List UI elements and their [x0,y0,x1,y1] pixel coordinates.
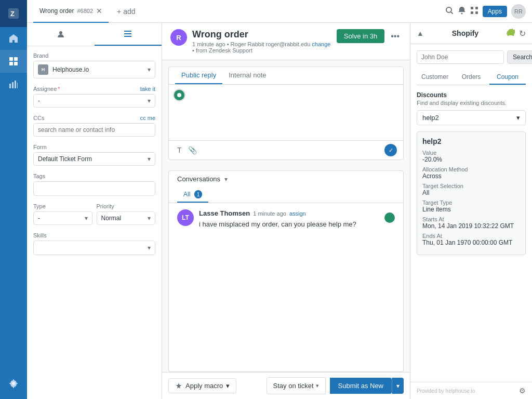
tags-field: Tags [33,173,155,196]
detail-target-type-key: Target Type [422,200,520,206]
detail-allocation-key: Allocation Method [422,166,520,172]
format-buttons: T 📎 [175,145,199,155]
lp-tab-list[interactable] [95,23,162,46]
search-row: Search [417,50,526,64]
customer-search-input[interactable] [417,50,504,64]
type-field: Type - ▾ [33,203,92,225]
lp-tab-person[interactable] [27,23,95,46]
ticket-header-left: R Wrong order 1 minute ago • Roger Rabbi… [170,29,330,54]
reply-text-input[interactable] [175,91,397,132]
assignee-label: Assignee [33,86,60,92]
type-chevron-icon: ▾ [85,215,88,222]
ticket-meta-email: roger@rabbit.edu [265,41,310,47]
stay-on-ticket-area: Stay on ticket ▾ [267,377,326,394]
provided-by-text: Provided by helphouse.io [417,388,475,394]
detail-value-key: Value [422,150,520,156]
add-button[interactable]: + add [113,5,139,18]
conv-all-badge: 1 [194,190,203,198]
nav-views-icon[interactable] [0,50,27,73]
search-icon[interactable] [445,6,454,17]
ticket-meta-change[interactable]: change [312,41,330,47]
search-button[interactable]: Search [507,50,532,64]
nav-home-icon[interactable] [0,27,27,50]
skills-selector[interactable]: ▾ [33,241,155,255]
discount-dropdown-chevron-icon: ▾ [516,114,520,122]
conv-filter-all[interactable]: All 1 [177,187,208,203]
reply-status-dot [173,89,185,101]
svg-rect-19 [124,33,131,34]
format-text-button[interactable]: T [175,145,184,155]
message-item: LT Lasse Thomsen 1 minute ago assign i h… [177,209,395,230]
tags-input[interactable] [33,181,155,196]
svg-rect-2 [9,57,13,61]
submit-button[interactable]: Submit as New [330,378,392,394]
svg-rect-4 [9,62,13,65]
rp-tab-coupon-label: Coupon [497,73,518,81]
discount-dropdown[interactable]: help2 ▾ [417,110,526,125]
rp-tabs: Customer Orders Coupon [417,70,526,85]
form-selector[interactable]: Default Ticket Form ▾ [33,152,155,166]
ticket-tab[interactable]: Wrong order #6802 ✕ [33,0,109,23]
svg-point-21 [177,93,181,97]
tab-close-icon[interactable]: ✕ [96,7,102,15]
rp-tab-coupon[interactable]: Coupon [489,70,526,85]
user-avatar[interactable]: RR [511,4,526,19]
take-it-link[interactable]: take it [140,86,155,92]
discount-detail: help2 Value -20.0% Allocation Method Acr… [417,131,526,255]
skills-field: Skills ▾ [33,232,155,255]
brand-selector[interactable]: H Helphouse.io ▾ [33,61,155,78]
svg-rect-5 [14,62,18,65]
cc-me-link[interactable]: cc me [140,115,155,121]
detail-target-type-val: Line items [422,206,520,213]
message-text: i have misplaced my order, can you pleas… [199,219,379,230]
nav-admin-icon[interactable] [0,372,27,395]
left-panel: Brand H Helphouse.io ▾ Assignee take it … [27,23,162,399]
apps-grid-icon[interactable] [470,6,478,17]
svg-rect-18 [124,31,131,32]
right-panel-body: Search Customer Orders Coupon Di [410,44,532,382]
reply-tabs: Public reply Internal note [169,67,403,85]
reply-tab-public[interactable]: Public reply [175,67,222,84]
apply-macro-button[interactable]: Apply macro ▾ [168,378,236,393]
apps-button[interactable]: Apps [483,6,507,17]
brand-chevron-icon: ▾ [148,66,151,73]
ticket-title-area: Wrong order 1 minute ago • Roger Rabbit … [192,29,330,54]
settings-icon[interactable]: ⚙ [519,387,526,395]
svg-rect-14 [475,7,478,9]
ccs-input[interactable] [33,123,155,137]
brand-logo: H [38,64,48,75]
right-panel-collapse-icon[interactable]: ▲ [417,29,424,37]
stay-on-ticket-button[interactable]: Stay on ticket ▾ [267,377,326,394]
detail-allocation-val: Across [422,172,520,180]
svg-point-22 [388,216,392,220]
rp-tab-customer[interactable]: Customer [417,70,453,85]
type-selector[interactable]: - ▾ [33,211,92,225]
top-right-actions: Apps RR [445,4,526,19]
form-label: Form [33,144,155,150]
shopify-icon [507,28,515,38]
rp-tab-orders-label: Orders [462,73,481,81]
message-assign-link[interactable]: assign [289,210,306,217]
nav-reports-icon[interactable] [0,73,27,96]
rp-tab-orders[interactable]: Orders [453,70,489,85]
submit-group: Submit as New ▾ [330,378,404,394]
detail-target-selection-key: Target Selection [422,183,520,189]
nav-logo[interactable]: Z [0,0,27,27]
detail-starts-at-row: Starts At Mon, 14 Jan 2019 10:32:22 GMT [422,216,520,230]
ticket-meta-time: 1 minute ago [192,41,225,47]
ticket-title: Wrong order [192,29,330,40]
more-options-button[interactable]: ••• [389,30,402,43]
assignee-chevron-icon: ▾ [148,97,151,104]
reply-tab-internal[interactable]: Internal note [222,67,272,84]
message-avatar: LT [177,209,194,226]
solve-button[interactable]: Solve in 3h [337,29,384,43]
submit-expand-button[interactable]: ▾ [392,378,404,394]
conversations-chevron-icon[interactable]: ▾ [224,176,228,183]
right-panel-title: Shopify [452,29,478,37]
assignee-selector[interactable]: - ▾ [33,94,155,108]
attach-button[interactable]: 📎 [186,145,199,155]
notifications-icon[interactable] [458,6,466,17]
priority-selector[interactable]: Normal ▾ [97,211,156,225]
conversations-container: Conversations ▾ All 1 [168,170,404,203]
right-panel-refresh-icon[interactable]: ↻ [519,29,526,38]
